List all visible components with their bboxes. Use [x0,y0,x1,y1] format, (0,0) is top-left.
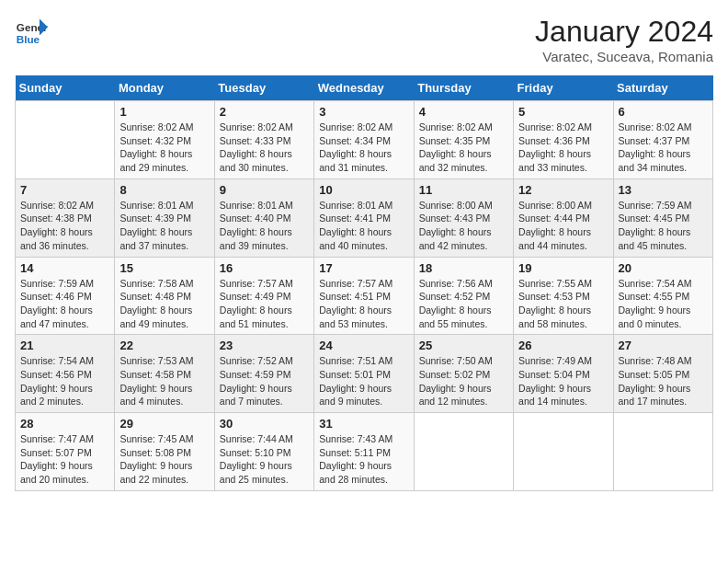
day-info: Sunrise: 7:59 AM Sunset: 4:45 PM Dayligh… [619,199,708,253]
day-info: Sunrise: 7:50 AM Sunset: 5:02 PM Dayligh… [419,354,508,408]
calendar-week-row: 28Sunrise: 7:47 AM Sunset: 5:07 PM Dayli… [16,413,713,491]
day-info: Sunrise: 7:49 AM Sunset: 5:04 PM Dayligh… [518,354,608,408]
day-number: 27 [619,339,708,352]
day-number: 1 [119,105,209,119]
page-header: General Blue January 2024 Varatec, Sucea… [15,15,713,64]
day-info: Sunrise: 7:54 AM Sunset: 4:56 PM Dayligh… [20,354,109,408]
day-info: Sunrise: 7:52 AM Sunset: 4:59 PM Dayligh… [220,354,309,408]
calendar-week-row: 14Sunrise: 7:59 AM Sunset: 4:46 PM Dayli… [16,257,713,335]
weekday-header: Friday [514,75,613,101]
calendar-day-cell: 6Sunrise: 8:02 AM Sunset: 4:37 PM Daylig… [613,101,712,179]
day-number: 7 [20,183,109,197]
calendar-day-cell: 31Sunrise: 7:43 AM Sunset: 5:11 PM Dayli… [314,413,414,491]
calendar-day-cell: 17Sunrise: 7:57 AM Sunset: 4:51 PM Dayli… [314,257,414,335]
day-number: 15 [119,261,209,275]
day-number: 5 [518,105,608,119]
day-number: 11 [419,183,508,197]
day-info: Sunrise: 7:55 AM Sunset: 4:53 PM Dayligh… [518,277,608,331]
calendar-day-cell: 8Sunrise: 8:01 AM Sunset: 4:39 PM Daylig… [115,178,214,257]
day-number: 22 [119,339,209,352]
day-info: Sunrise: 8:02 AM Sunset: 4:34 PM Dayligh… [319,121,408,175]
calendar-day-cell: 18Sunrise: 7:56 AM Sunset: 4:52 PM Dayli… [414,257,513,335]
day-info: Sunrise: 7:57 AM Sunset: 4:51 PM Dayligh… [319,277,408,331]
day-number: 17 [319,261,408,275]
day-number: 20 [619,261,708,275]
calendar-day-cell: 27Sunrise: 7:48 AM Sunset: 5:05 PM Dayli… [613,335,712,413]
day-info: Sunrise: 8:01 AM Sunset: 4:39 PM Dayligh… [119,199,209,253]
day-number: 21 [20,339,109,352]
day-number: 19 [518,261,608,275]
calendar-day-cell: 14Sunrise: 7:59 AM Sunset: 4:46 PM Dayli… [16,257,115,335]
calendar-week-row: 1Sunrise: 8:02 AM Sunset: 4:32 PM Daylig… [16,101,713,179]
day-info: Sunrise: 8:02 AM Sunset: 4:33 PM Dayligh… [220,121,309,175]
day-info: Sunrise: 7:48 AM Sunset: 5:05 PM Dayligh… [619,354,708,408]
calendar-day-cell [613,413,712,491]
day-number: 16 [220,261,309,275]
calendar-day-cell: 9Sunrise: 8:01 AM Sunset: 4:40 PM Daylig… [214,178,313,257]
day-number: 18 [419,261,508,275]
calendar-day-cell: 28Sunrise: 7:47 AM Sunset: 5:07 PM Dayli… [16,413,115,491]
calendar-day-cell: 10Sunrise: 8:01 AM Sunset: 4:41 PM Dayli… [314,178,414,257]
day-info: Sunrise: 7:47 AM Sunset: 5:07 PM Dayligh… [20,432,109,487]
day-info: Sunrise: 8:01 AM Sunset: 4:41 PM Dayligh… [319,199,408,253]
calendar-day-cell [514,413,613,491]
day-info: Sunrise: 7:57 AM Sunset: 4:49 PM Dayligh… [220,277,309,331]
day-number: 3 [319,105,408,119]
day-info: Sunrise: 7:56 AM Sunset: 4:52 PM Dayligh… [419,277,508,331]
svg-text:Blue: Blue [17,33,40,45]
day-info: Sunrise: 8:00 AM Sunset: 4:44 PM Dayligh… [518,199,608,253]
day-number: 10 [319,183,408,197]
weekday-header: Saturday [613,75,712,101]
calendar-day-cell: 3Sunrise: 8:02 AM Sunset: 4:34 PM Daylig… [314,101,414,179]
calendar-day-cell: 23Sunrise: 7:52 AM Sunset: 4:59 PM Dayli… [214,335,313,413]
weekday-header: Monday [115,75,214,101]
calendar-week-row: 21Sunrise: 7:54 AM Sunset: 4:56 PM Dayli… [16,335,713,413]
day-number: 2 [220,105,309,119]
day-info: Sunrise: 7:51 AM Sunset: 5:01 PM Dayligh… [319,354,408,408]
day-info: Sunrise: 7:45 AM Sunset: 5:08 PM Dayligh… [119,432,209,487]
day-number: 26 [518,339,608,352]
day-info: Sunrise: 8:02 AM Sunset: 4:35 PM Dayligh… [419,121,508,175]
day-info: Sunrise: 7:53 AM Sunset: 4:58 PM Dayligh… [119,354,209,408]
calendar-day-cell: 16Sunrise: 7:57 AM Sunset: 4:49 PM Dayli… [214,257,313,335]
day-info: Sunrise: 7:44 AM Sunset: 5:10 PM Dayligh… [220,432,309,487]
weekday-header: Sunday [16,75,115,101]
calendar-day-cell: 30Sunrise: 7:44 AM Sunset: 5:10 PM Dayli… [214,413,313,491]
calendar-header-row: SundayMondayTuesdayWednesdayThursdayFrid… [16,75,713,101]
day-number: 4 [419,105,508,119]
calendar-day-cell: 19Sunrise: 7:55 AM Sunset: 4:53 PM Dayli… [514,257,613,335]
day-info: Sunrise: 7:54 AM Sunset: 4:55 PM Dayligh… [619,277,708,331]
weekday-header: Wednesday [314,75,414,101]
weekday-header: Tuesday [214,75,313,101]
calendar-day-cell: 20Sunrise: 7:54 AM Sunset: 4:55 PM Dayli… [613,257,712,335]
day-number: 6 [619,105,708,119]
calendar-week-row: 7Sunrise: 8:02 AM Sunset: 4:38 PM Daylig… [16,178,713,257]
calendar-day-cell: 2Sunrise: 8:02 AM Sunset: 4:33 PM Daylig… [214,101,313,179]
day-number: 25 [419,339,508,352]
calendar-day-cell: 12Sunrise: 8:00 AM Sunset: 4:44 PM Dayli… [514,178,613,257]
title-block: January 2024 Varatec, Suceava, Romania [535,15,713,64]
day-number: 28 [20,417,109,431]
calendar-day-cell: 22Sunrise: 7:53 AM Sunset: 4:58 PM Dayli… [115,335,214,413]
day-number: 13 [619,183,708,197]
day-info: Sunrise: 8:02 AM Sunset: 4:38 PM Dayligh… [20,199,109,253]
calendar-day-cell: 29Sunrise: 7:45 AM Sunset: 5:08 PM Dayli… [115,413,214,491]
day-number: 30 [220,417,309,431]
calendar-day-cell: 13Sunrise: 7:59 AM Sunset: 4:45 PM Dayli… [613,178,712,257]
calendar-day-cell: 5Sunrise: 8:02 AM Sunset: 4:36 PM Daylig… [514,101,613,179]
logo: General Blue [15,15,48,48]
day-number: 8 [119,183,209,197]
calendar-day-cell: 25Sunrise: 7:50 AM Sunset: 5:02 PM Dayli… [414,335,513,413]
day-number: 12 [518,183,608,197]
day-number: 29 [119,417,209,431]
day-number: 14 [20,261,109,275]
logo-icon: General Blue [15,15,48,48]
day-info: Sunrise: 8:02 AM Sunset: 4:36 PM Dayligh… [518,121,608,175]
day-info: Sunrise: 7:58 AM Sunset: 4:48 PM Dayligh… [119,277,209,331]
calendar-day-cell: 4Sunrise: 8:02 AM Sunset: 4:35 PM Daylig… [414,101,513,179]
day-info: Sunrise: 8:02 AM Sunset: 4:37 PM Dayligh… [619,121,708,175]
day-info: Sunrise: 7:43 AM Sunset: 5:11 PM Dayligh… [319,432,408,487]
day-info: Sunrise: 7:59 AM Sunset: 4:46 PM Dayligh… [20,277,109,331]
day-info: Sunrise: 8:01 AM Sunset: 4:40 PM Dayligh… [220,199,309,253]
day-number: 9 [220,183,309,197]
